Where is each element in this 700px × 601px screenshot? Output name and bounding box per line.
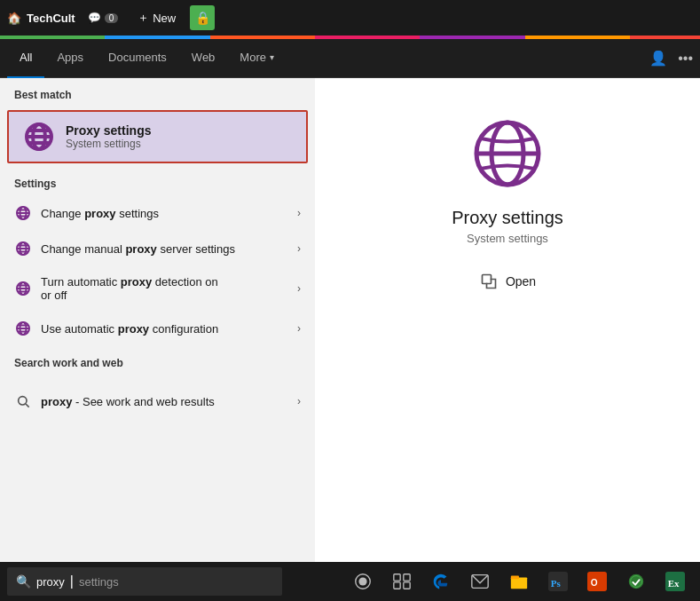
detail-globe-icon	[468, 114, 547, 194]
search-web-label: Search work and web	[0, 346, 315, 375]
open-icon	[479, 272, 499, 291]
search-box[interactable]: 🔍 proxy|settings	[7, 567, 282, 596]
list-item-left: Change manual proxy server settings	[14, 240, 235, 257]
list-item-text: Change manual proxy server settings	[41, 242, 235, 256]
tab-more[interactable]: More ▾	[227, 39, 287, 78]
chevron-right-icon: ›	[297, 207, 301, 219]
search-icon	[14, 392, 32, 410]
search-box-query: proxy	[36, 575, 65, 589]
filter-bar-actions: 👤 •••	[649, 50, 693, 67]
svg-rect-39	[511, 576, 519, 580]
cortana-button[interactable]	[345, 564, 381, 599]
chevron-right-icon: ›	[297, 282, 301, 295]
search-web-section: proxy - See work and web results ›	[0, 375, 315, 423]
open-label: Open	[506, 274, 536, 289]
brand-name: TechCult	[27, 12, 75, 25]
tab-documents-label: Documents	[108, 51, 167, 64]
brand: 🏠 TechCult	[7, 12, 75, 25]
filter-bar: All Apps Documents Web More ▾ 👤 •••	[0, 39, 700, 78]
open-action[interactable]: Open	[479, 272, 536, 291]
list-item-text: Use automatic proxy configuration	[41, 322, 218, 336]
best-match-globe-icon	[23, 121, 55, 153]
search-web-text: proxy - See work and web results	[41, 395, 215, 408]
more-options-icon[interactable]: •••	[678, 51, 693, 67]
tab-more-label: More	[240, 51, 266, 64]
chevron-right-icon: ›	[297, 395, 301, 407]
search-content: Best match Proxy settings System setting…	[0, 78, 700, 562]
right-panel: Proxy settings System settings Open	[315, 78, 700, 562]
taskbar-bottom: 🔍 proxy|settings	[0, 562, 700, 601]
list-item-left: Use automatic proxy configuration	[14, 320, 218, 337]
user-icon[interactable]: 👤	[649, 50, 667, 67]
new-button[interactable]: ＋ New	[130, 6, 183, 29]
svg-rect-30	[482, 275, 491, 284]
tab-web-label: Web	[192, 51, 216, 64]
list-item-text: Change proxy settings	[41, 207, 159, 220]
list-item-text: Turn automatic proxy detection onor off	[41, 275, 218, 302]
best-match-item[interactable]: Proxy settings System settings	[7, 110, 308, 163]
chevron-down-icon: ▾	[270, 52, 274, 62]
search-web-item[interactable]: proxy - See work and web results ›	[14, 384, 301, 419]
taskbar-top: 🏠 TechCult 💬 0 ＋ New 🔒	[0, 0, 700, 36]
photoshop-button[interactable]: Ps	[540, 564, 576, 599]
list-item[interactable]: Use automatic proxy configuration ›	[0, 311, 315, 346]
taskview-button[interactable]	[384, 564, 420, 599]
tab-apps-label: Apps	[57, 51, 83, 64]
svg-rect-38	[511, 577, 527, 589]
globe-icon-small	[14, 320, 32, 337]
svg-text:O: O	[591, 578, 598, 588]
comment-button[interactable]: 💬 0	[83, 8, 124, 28]
tab-all[interactable]: All	[7, 39, 44, 78]
plus-icon: ＋	[138, 10, 149, 26]
best-match-title: Proxy settings	[66, 123, 151, 138]
svg-rect-36	[404, 582, 410, 589]
excel-button[interactable]: Ex	[657, 564, 693, 599]
search-web-left: proxy - See work and web results	[14, 392, 215, 410]
comment-badge: 0	[105, 13, 119, 23]
best-match-text: Proxy settings System settings	[66, 123, 151, 150]
search-box-icon: 🔍	[16, 574, 31, 589]
svg-line-26	[26, 404, 29, 407]
search-box-suggestion: settings	[79, 575, 119, 589]
lock-button[interactable]: 🔒	[190, 5, 215, 30]
list-item[interactable]: Change proxy settings ›	[0, 195, 315, 231]
detail-subtitle: System settings	[467, 232, 548, 245]
taskbar-system-icons: Ps O Ex	[345, 564, 693, 599]
new-label: New	[153, 12, 176, 25]
list-item-left: Change proxy settings	[14, 204, 159, 222]
windows-security-button[interactable]	[618, 564, 654, 599]
tab-apps[interactable]: Apps	[44, 39, 96, 78]
list-item[interactable]: Turn automatic proxy detection onor off …	[0, 266, 315, 311]
list-item-left: Turn automatic proxy detection onor off	[14, 275, 218, 302]
globe-icon-small	[14, 240, 32, 257]
best-match-label: Best match	[0, 78, 315, 107]
tab-all-label: All	[20, 51, 32, 64]
svg-point-25	[19, 397, 27, 405]
svg-rect-35	[394, 582, 400, 589]
explorer-button[interactable]	[501, 564, 537, 599]
svg-point-32	[358, 577, 366, 585]
lock-icon: 🔒	[195, 11, 210, 25]
tab-documents[interactable]: Documents	[96, 39, 179, 78]
home-icon: 🏠	[7, 12, 21, 25]
globe-icon-small	[14, 204, 32, 222]
mail-button[interactable]	[462, 564, 498, 599]
svg-text:Ex: Ex	[668, 578, 680, 589]
chevron-right-icon: ›	[297, 322, 301, 335]
svg-text:Ps: Ps	[551, 578, 562, 589]
svg-rect-33	[394, 574, 400, 581]
list-item[interactable]: Change manual proxy server settings ›	[0, 231, 315, 266]
settings-label: Settings	[0, 167, 315, 195]
office-button[interactable]: O	[579, 564, 615, 599]
detail-title: Proxy settings	[452, 208, 563, 228]
chevron-right-icon: ›	[297, 242, 301, 255]
svg-point-44	[629, 574, 644, 589]
best-match-subtitle: System settings	[66, 138, 151, 150]
svg-rect-34	[404, 574, 410, 581]
comment-icon: 💬	[88, 12, 101, 24]
tab-web[interactable]: Web	[179, 39, 228, 78]
edge-button[interactable]	[423, 564, 459, 599]
left-panel: Best match Proxy settings System setting…	[0, 78, 315, 562]
watermark: wsxdn.com	[652, 549, 696, 558]
globe-icon-small	[14, 280, 32, 297]
